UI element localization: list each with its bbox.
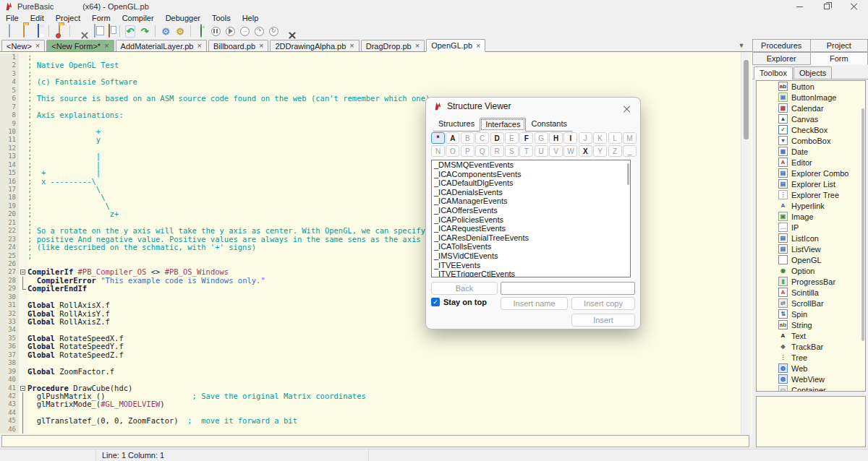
toolbox-item-button[interactable]: abButton [757, 81, 865, 92]
dialog-tab-interfaces[interactable]: Interfaces [480, 118, 526, 132]
redo-button[interactable]: ↷ [137, 24, 152, 38]
menu-compiler[interactable]: Compiler [116, 13, 160, 23]
toolbox-item-explorer-list[interactable]: ▤Explorer List [757, 178, 865, 189]
toolbox-item-hyperlink[interactable]: AHyperlink [757, 200, 865, 211]
tab-dragdroppb[interactable]: DragDrop.pb× [361, 40, 425, 51]
dialog-tab-structures[interactable]: Structures [433, 118, 480, 131]
tab-overflow-button[interactable]: ▼ [735, 40, 748, 51]
close-tab-icon[interactable]: × [35, 42, 40, 50]
toolbox-item-listview[interactable]: ▤ListView [757, 244, 865, 254]
letter-filter-underscore[interactable]: _ [623, 145, 637, 157]
toolbox-item-progressbar[interactable]: ▮ProgressBar [757, 276, 865, 287]
menu-project[interactable]: Project [50, 13, 86, 23]
interface-list-item[interactable]: _ICADenialsEvents [432, 188, 630, 197]
dialog-close-button[interactable] [621, 100, 633, 112]
letter-filter-all[interactable]: * [431, 132, 445, 144]
toolbox-scrollbar[interactable] [861, 108, 864, 341]
interface-list-item[interactable]: _ICARequestEvents [432, 224, 630, 233]
letter-filter-j[interactable]: J [579, 132, 592, 144]
new-file-button[interactable] [2, 24, 17, 38]
letter-filter-w[interactable]: W [563, 145, 577, 157]
step-out-button[interactable]: ↻ [266, 24, 281, 38]
toolbox-item-image[interactable]: ▣Image [757, 211, 865, 222]
letter-filter-n[interactable]: N [431, 145, 445, 157]
menu-edit[interactable]: Edit [25, 13, 50, 23]
interface-list-item[interactable]: _ICATollsEvents [432, 242, 630, 251]
tab-toolbox[interactable]: Toolbox [754, 66, 793, 79]
dialog-title-bar[interactable]: Structure Viewer [426, 98, 640, 115]
pause-button[interactable] [208, 24, 223, 38]
interface-list-item[interactable]: _ICAOffersEvents [432, 206, 630, 215]
letter-filter-u[interactable]: U [535, 145, 548, 157]
minimize-button[interactable] [786, 0, 813, 13]
tab-new[interactable]: <New>× [1, 40, 45, 51]
copy-button[interactable] [88, 24, 102, 38]
toolbox-item-scrollbar[interactable]: ⇄ScrollBar [757, 298, 865, 309]
toolbox-item-opengl[interactable]: OpenGL [757, 254, 865, 265]
letter-filter-i[interactable]: I [563, 132, 577, 144]
save-file-button[interactable] [31, 24, 46, 38]
letter-filter-r[interactable]: R [490, 145, 504, 157]
close-tab-icon[interactable]: × [415, 42, 420, 50]
interface-list-item[interactable]: _ICADefaultDlgEvents [432, 178, 630, 188]
letter-filter-t[interactable]: T [519, 145, 533, 157]
close-file-button[interactable] [52, 24, 67, 38]
step-button[interactable]: → [237, 24, 252, 38]
insert-name-button[interactable]: Insert name [501, 297, 568, 310]
debugger-button[interactable] [194, 24, 208, 38]
letter-filter-c[interactable]: C [475, 132, 489, 144]
letter-filter-l[interactable]: L [608, 132, 622, 144]
letter-filter-k[interactable]: K [593, 132, 607, 144]
interface-list-item[interactable]: _ICAResDenialTreeEvents [432, 233, 630, 243]
step-over-button[interactable]: ↷ [252, 24, 266, 38]
toolbox-item-date[interactable]: ▦Date [757, 146, 865, 157]
close-tab-icon[interactable]: × [259, 42, 263, 50]
interface-list-item[interactable]: _IMSVidCtlEvents [432, 251, 630, 261]
toolbox-item-spin[interactable]: ⇅Spin [757, 309, 865, 319]
restore-button[interactable] [813, 0, 841, 13]
letter-filter-z[interactable]: Z [608, 145, 622, 157]
tab-procedures[interactable]: Procedures [752, 39, 811, 52]
fold-toggle-icon[interactable] [19, 384, 27, 392]
interface-list-item[interactable]: _ITVEEvents [432, 261, 630, 270]
insert-copy-button[interactable]: Insert copy [571, 297, 635, 310]
interface-list-item[interactable]: _ITVETriggerCtlEvents [432, 270, 630, 277]
letter-filter-g[interactable]: G [535, 132, 548, 144]
letter-filter-h[interactable]: H [549, 132, 563, 144]
structure-name-input[interactable] [501, 282, 635, 295]
close-tab-icon[interactable]: × [104, 42, 109, 50]
letter-filter-m[interactable]: M [623, 132, 637, 144]
kill-program-button[interactable] [281, 24, 295, 38]
editor-scrollbar[interactable] [741, 52, 751, 434]
stay-on-top-checkbox[interactable]: ✓ Stay on top [431, 298, 487, 306]
insert-button[interactable]: Insert [571, 314, 635, 327]
menu-tools[interactable]: Tools [206, 13, 237, 23]
tab-form[interactable]: Form [810, 52, 868, 65]
toolbox-item-canvas[interactable]: ▲Canvas [757, 113, 865, 124]
letter-filter-f[interactable]: F [519, 132, 533, 144]
toolbox-item-editor[interactable]: AEditor [757, 157, 865, 168]
toolbox-item-container[interactable]: ▭Container [757, 384, 865, 392]
letter-filter-v[interactable]: V [549, 145, 563, 157]
toolbox-item-scintilla[interactable]: AScintilla [757, 287, 865, 298]
menu-form[interactable]: Form [86, 13, 116, 23]
letter-filter-y[interactable]: Y [593, 145, 607, 157]
toolbox-item-string[interactable]: abString [757, 319, 865, 330]
toolbox-item-trackbar[interactable]: ◆TrackBar [757, 341, 865, 352]
close-tab-icon[interactable]: × [349, 42, 354, 50]
menu-file[interactable]: File [0, 13, 25, 23]
toolbox-item-web[interactable]: ◍Web [757, 363, 865, 374]
toolbox-item-listicon[interactable]: ▤ListIcon [757, 233, 865, 244]
close-button[interactable] [841, 0, 868, 13]
toolbox-item-calendar[interactable]: ▦Calendar [757, 103, 865, 113]
undo-button[interactable]: ↶ [123, 24, 137, 38]
fold-toggle-icon[interactable] [19, 268, 27, 276]
editor-scrollbar-thumb[interactable] [744, 60, 749, 139]
letter-filter-o[interactable]: O [446, 145, 459, 157]
tab-openglpb[interactable]: OpenGL.pb× [426, 39, 485, 52]
tab-2ddrawingalphapb[interactable]: 2DDrawingAlpha.pb× [270, 40, 359, 51]
syntax-check-button[interactable]: ⚙ [173, 24, 187, 38]
toolbox-item-combobox[interactable]: ▾ComboBox [757, 135, 865, 146]
tab-objects[interactable]: Objects [793, 66, 832, 79]
dialog-tab-constants[interactable]: Constants [526, 118, 572, 131]
